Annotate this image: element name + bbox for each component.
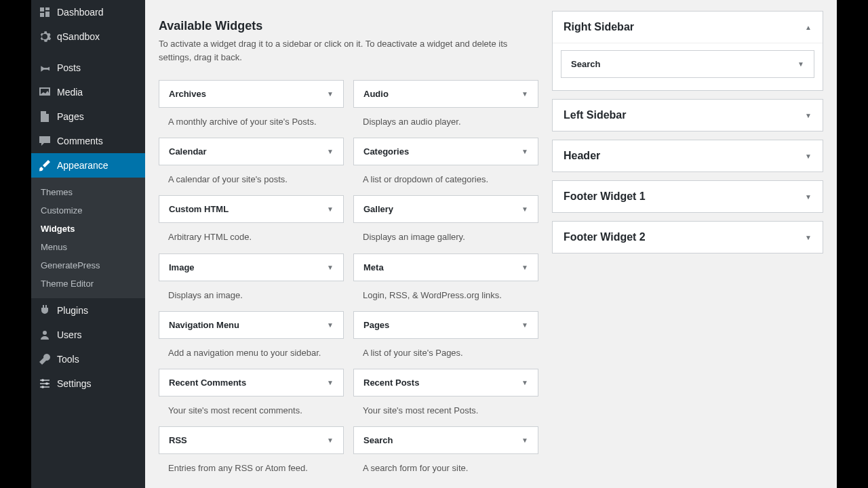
area-header-footer-2[interactable]: Footer Widget 2 ▼: [553, 222, 823, 253]
widget-description: Arbitrary HTML code.: [159, 223, 344, 249]
chevron-down-icon: ▼: [805, 152, 812, 160]
widget-meta[interactable]: Meta ▼: [353, 253, 538, 281]
widget-title: Gallery: [363, 204, 393, 214]
chevron-down-icon: ▼: [805, 112, 812, 119]
widget-gallery[interactable]: Gallery ▼: [353, 195, 538, 223]
sidebar-item-media[interactable]: Media: [31, 80, 145, 104]
chevron-down-icon: ▼: [521, 321, 528, 329]
widget-archives[interactable]: Archives ▼: [159, 80, 344, 108]
widget-categories[interactable]: Categories ▼: [353, 138, 538, 165]
sidebar-item-settings[interactable]: Settings: [31, 371, 145, 396]
area-header-footer-1[interactable]: Footer Widget 1 ▼: [553, 181, 823, 212]
comment-icon: [38, 134, 52, 148]
chevron-down-icon: ▼: [327, 90, 334, 98]
widget-description: Add a navigation menu to your sidebar.: [159, 339, 344, 365]
widget-description: A search form for your site.: [353, 454, 538, 480]
sidebar-item-qsandbox[interactable]: qSandbox: [31, 24, 145, 49]
settings-icon: [38, 377, 52, 390]
chevron-down-icon: ▼: [521, 379, 528, 386]
widget-areas-panel: Right Sidebar ▲ Search ▼ Left Sidebar ▼: [552, 0, 823, 474]
area-title: Header: [564, 150, 600, 162]
widget-recent-posts[interactable]: Recent Posts ▼: [353, 369, 538, 396]
widget-title: Archives: [169, 89, 206, 99]
svg-point-0: [43, 331, 47, 335]
submenu-themes[interactable]: Themes: [31, 183, 145, 201]
widget-title: Audio: [363, 89, 389, 99]
area-right-sidebar: Right Sidebar ▲ Search ▼: [552, 11, 823, 91]
menu-label: Pages: [57, 111, 84, 122]
widget-title: Search: [363, 435, 393, 445]
widget-title: Recent Comments: [169, 378, 246, 388]
menu-label: Posts: [57, 62, 81, 73]
widget-navigation-menu[interactable]: Navigation Menu ▼: [159, 311, 344, 339]
placed-widget-title: Search: [571, 59, 600, 69]
submenu-menus[interactable]: Menus: [31, 238, 145, 256]
menu-label: Users: [57, 329, 82, 340]
pin-icon: [38, 61, 52, 75]
area-footer-1: Footer Widget 1 ▼: [552, 180, 823, 213]
menu-label: Plugins: [57, 305, 88, 316]
chevron-down-icon: ▼: [805, 234, 812, 241]
chevron-down-icon: ▼: [327, 205, 334, 213]
widget-title: Meta: [363, 262, 384, 272]
widget-description: Displays an image gallery.: [353, 223, 538, 249]
sidebar-item-tools[interactable]: Tools: [31, 347, 145, 371]
area-left-sidebar: Left Sidebar ▼: [552, 99, 823, 131]
chevron-down-icon: ▼: [521, 264, 528, 271]
svg-point-5: [45, 382, 48, 385]
sidebar-item-pages[interactable]: Pages: [31, 104, 145, 129]
placed-widget-search[interactable]: Search ▼: [561, 50, 814, 78]
sidebar-item-comments[interactable]: Comments: [31, 129, 145, 153]
chevron-up-icon: ▲: [805, 24, 812, 31]
widget-description: Entries from any RSS or Atom feed.: [159, 454, 344, 480]
widget-description: A monthly archive of your site's Posts.: [159, 108, 344, 134]
area-header-left-sidebar[interactable]: Left Sidebar ▼: [553, 100, 823, 131]
widget-pages[interactable]: Pages ▼: [353, 311, 538, 339]
widget-rss[interactable]: RSS ▼: [159, 426, 344, 454]
widget-description: A list or dropdown of categories.: [353, 165, 538, 191]
submenu-generatepress[interactable]: GeneratePress: [31, 256, 145, 274]
svg-point-4: [41, 379, 44, 382]
widget-description: Login, RSS, & WordPress.org links.: [353, 281, 538, 307]
chevron-down-icon: ▼: [521, 205, 528, 213]
sidebar-item-users[interactable]: Users: [31, 323, 145, 347]
widget-title: Image: [169, 262, 195, 272]
sidebar-item-appearance[interactable]: Appearance: [31, 153, 145, 178]
widget-recent-comments[interactable]: Recent Comments ▼: [159, 369, 344, 396]
area-header-header[interactable]: Header ▼: [553, 140, 823, 171]
chevron-down-icon: ▼: [327, 436, 334, 444]
menu-label: Dashboard: [57, 7, 104, 18]
chevron-down-icon: ▼: [797, 60, 804, 68]
appearance-submenu: Themes Customize Widgets Menus GenerateP…: [31, 178, 145, 298]
area-body[interactable]: Search ▼: [553, 43, 823, 90]
menu-label: Comments: [57, 136, 103, 146]
area-header-right-sidebar[interactable]: Right Sidebar ▲: [553, 12, 823, 43]
widget-audio[interactable]: Audio ▼: [353, 80, 538, 108]
plugin-icon: [38, 304, 52, 317]
widget-search[interactable]: Search ▼: [353, 426, 538, 454]
chevron-down-icon: ▼: [521, 90, 528, 98]
menu-label: Settings: [57, 378, 92, 389]
chevron-down-icon: ▼: [805, 193, 812, 201]
widget-title: Recent Posts: [363, 378, 419, 388]
submenu-customize[interactable]: Customize: [31, 201, 145, 220]
area-title: Footer Widget 1: [564, 190, 646, 203]
chevron-down-icon: ▼: [327, 148, 334, 155]
chevron-down-icon: ▼: [327, 321, 334, 329]
sidebar-item-plugins[interactable]: Plugins: [31, 298, 145, 323]
sidebar-item-dashboard[interactable]: Dashboard: [31, 0, 145, 24]
area-title: Right Sidebar: [564, 21, 634, 33]
sidebar-item-posts[interactable]: Posts: [31, 56, 145, 80]
page-icon: [38, 110, 52, 123]
widget-custom-html[interactable]: Custom HTML ▼: [159, 195, 344, 223]
widget-calendar[interactable]: Calendar ▼: [159, 138, 344, 165]
widget-image[interactable]: Image ▼: [159, 253, 344, 281]
menu-label: Tools: [57, 354, 79, 365]
submenu-theme-editor[interactable]: Theme Editor: [31, 274, 145, 293]
area-header: Header ▼: [552, 140, 823, 172]
widget-title: Navigation Menu: [169, 320, 239, 330]
widget-title: Calendar: [169, 146, 207, 157]
area-title: Left Sidebar: [564, 109, 626, 121]
menu-label: qSandbox: [57, 31, 100, 42]
submenu-widgets[interactable]: Widgets: [31, 220, 145, 238]
